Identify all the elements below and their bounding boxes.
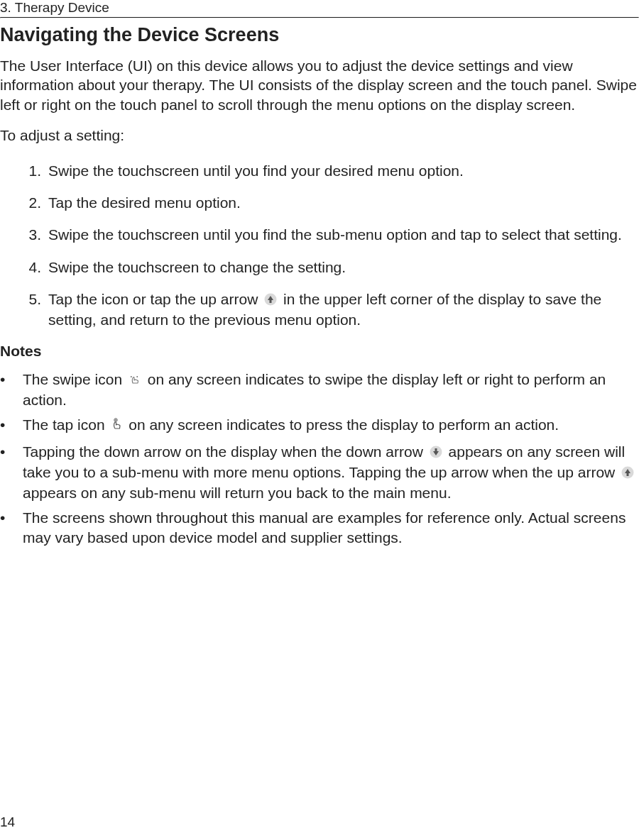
svg-point-2 <box>116 419 117 421</box>
note-2-pre: The tap icon <box>23 416 109 433</box>
chapter-header: 3. Therapy Device <box>0 0 639 17</box>
page-number: 14 <box>0 814 15 830</box>
notes-heading: Notes <box>0 343 639 360</box>
note-2-post: on any screen indicates to press the dis… <box>124 416 559 433</box>
steps-list: Swipe the touchscreen until you find you… <box>44 161 639 330</box>
step-3: Swipe the touchscreen until you find the… <box>44 225 639 244</box>
swipe-icon <box>129 371 141 390</box>
note-3: Tapping the down arrow on the display wh… <box>23 442 639 503</box>
note-1: The swipe icon on any screen indicates t… <box>23 370 639 410</box>
step-4: Swipe the touchscreen to change the sett… <box>44 258 639 277</box>
section-title: Navigating the Device Screens <box>0 24 639 46</box>
note-2: The tap icon on any screen indicates to … <box>23 415 639 436</box>
step-2: Tap the desired menu option. <box>44 193 639 212</box>
up-arrow-icon <box>621 464 634 483</box>
adjust-lead: To adjust a setting: <box>0 127 639 144</box>
intro-paragraph: The User Interface (UI) on this device a… <box>0 56 639 114</box>
step-5: Tap the icon or tap the up arrow in the … <box>44 289 639 330</box>
note-1-pre: The swipe icon <box>23 371 126 387</box>
note-3-post: appears on any sub-menu will return you … <box>23 485 452 501</box>
header-rule <box>0 17 639 18</box>
note-4: The screens shown throughout this manual… <box>23 508 639 547</box>
note-3-pre: Tapping the down arrow on the display wh… <box>23 443 427 460</box>
notes-list: The swipe icon on any screen indicates t… <box>0 370 639 547</box>
step-1: Swipe the touchscreen until you find you… <box>44 161 639 180</box>
down-arrow-icon <box>430 443 442 463</box>
tap-icon <box>111 416 122 436</box>
step-5-pre: Tap the icon or tap the up arrow <box>48 291 262 307</box>
up-arrow-icon <box>264 291 277 310</box>
